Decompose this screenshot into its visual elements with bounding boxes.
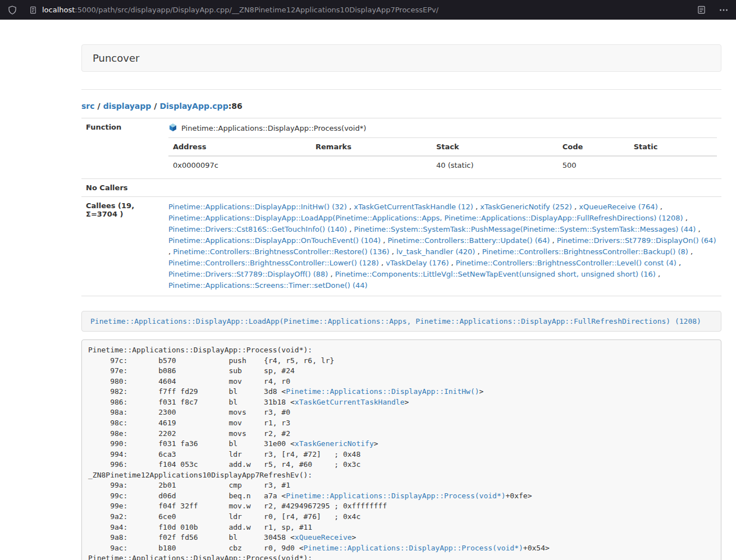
asm-text: _ZN8Pinetime12Applications10DisplayApp7R… xyxy=(88,471,312,479)
callee-separator: , xyxy=(381,236,387,245)
asm-text: 99e: f04f 32ff mov.w r2, #4294967295 ; 0… xyxy=(88,502,387,510)
breadcrumb-link-file[interactable]: DisplayApp.cpp xyxy=(159,102,228,111)
url-bar[interactable]: localhost:5000/path/src/displayapp/Displ… xyxy=(29,6,697,14)
page-info-icon[interactable] xyxy=(29,6,37,14)
menu-icon[interactable] xyxy=(719,6,728,15)
callee-link[interactable]: xQueueReceive (764) xyxy=(579,203,657,211)
asm-text: +0xfe> xyxy=(506,492,532,500)
callee-link[interactable]: Pinetime::Controllers::BrightnessControl… xyxy=(168,259,379,267)
callee-link[interactable]: Pinetime::Controllers::BrightnessControl… xyxy=(173,247,389,256)
callees-label: Callees (19, Σ=3704 ) xyxy=(81,197,164,296)
reader-view-icon[interactable] xyxy=(697,6,706,14)
col-address: Address xyxy=(168,138,311,157)
breadcrumb-separator: / xyxy=(154,102,157,111)
callee-link[interactable]: Pinetime::Drivers::St7789::DisplayOn() (… xyxy=(557,236,716,245)
callee-link[interactable]: Pinetime::Controllers::BrightnessControl… xyxy=(456,259,676,267)
callee-separator: , xyxy=(658,203,662,211)
browser-toolbar-right xyxy=(697,6,728,15)
address-table: Address Remarks Stack Code Static 0x0000… xyxy=(168,137,717,174)
asm-text: > xyxy=(479,387,484,396)
asm-text: 980: 4604 mov r4, r0 xyxy=(88,377,290,385)
callee-separator: , xyxy=(572,203,579,211)
asm-symbol-link[interactable]: xQueueReceive xyxy=(295,533,352,541)
asm-text: +0x54> xyxy=(523,544,550,552)
asm-text: Pinetime::Applications::DisplayApp::Proc… xyxy=(88,554,312,560)
breadcrumb-link-displayapp[interactable]: displayapp xyxy=(103,102,152,111)
asm-symbol-link[interactable]: Pinetime::Applications::DisplayApp::Init… xyxy=(286,387,479,396)
address-table-row: 0x0000097c 40 (static) 500 xyxy=(168,156,717,174)
breadcrumb-separator: / xyxy=(98,102,100,111)
asm-text: 996: f104 053c add.w r5, r4, #60 ; 0x3c xyxy=(88,460,360,469)
callee-separator: , xyxy=(347,203,354,211)
col-static: Static xyxy=(629,138,717,157)
callee-link[interactable]: Pinetime::Applications::Screens::Timer::… xyxy=(168,281,368,290)
no-callers-row: No Callers xyxy=(81,179,721,197)
function-label: Function xyxy=(81,118,164,179)
symbol-panel-heading: Pinetime::Applications::DisplayApp::Load… xyxy=(81,311,721,332)
asm-text: 99a: 2b01 cmp r3, #1 xyxy=(88,481,290,489)
shield-icon[interactable] xyxy=(8,6,17,15)
asm-text: 994: 6ca3 ldr r3, [r4, #72] ; 0x48 xyxy=(88,450,360,458)
function-icon xyxy=(168,123,177,134)
url-path: :5000/path/src/displayapp/DisplayApp.cpp… xyxy=(75,6,438,14)
callee-separator: , xyxy=(475,247,482,256)
callee-link[interactable]: Pinetime::Controllers::Battery::Update()… xyxy=(387,236,550,245)
asm-symbol-link[interactable]: xTaskGetCurrentTaskHandle xyxy=(295,398,405,406)
cell-address: 0x0000097c xyxy=(168,156,311,174)
asm-text: 97e: b086 sub sp, #24 xyxy=(88,366,295,375)
app-header: Puncover xyxy=(81,44,721,72)
callee-link[interactable]: lv_task_handler (420) xyxy=(396,247,475,256)
asm-text: 97c: b570 push {r4, r5, r6, lr} xyxy=(88,356,334,365)
asm-text: 982: f7ff fd29 bl 3d8 < xyxy=(88,387,286,396)
callee-link[interactable]: vTaskDelay (176) xyxy=(386,259,449,267)
col-code: Code xyxy=(558,138,629,157)
asm-symbol-link[interactable]: Pinetime::Applications::DisplayApp::Proc… xyxy=(286,492,505,500)
callee-link[interactable]: Pinetime::System::SystemTask::PushMessag… xyxy=(354,225,696,233)
callee-link[interactable]: Pinetime::Drivers::Cst816S::GetTouchInfo… xyxy=(168,225,347,233)
cell-static xyxy=(629,156,717,174)
asm-text: > xyxy=(405,398,409,406)
callee-link[interactable]: Pinetime::Components::LittleVgl::SetNewT… xyxy=(335,270,656,278)
browser-chrome: localhost:5000/path/src/displayapp/Displ… xyxy=(0,0,736,20)
callee-separator: , xyxy=(390,247,396,256)
cell-code: 500 xyxy=(558,156,629,174)
cell-remarks xyxy=(311,156,432,174)
asm-text: > xyxy=(352,533,356,541)
asm-text: 98a: 2300 movs r3, #0 xyxy=(88,408,290,416)
callee-separator: , xyxy=(347,225,354,233)
callee-link[interactable]: Pinetime::Applications::DisplayApp::OnTo… xyxy=(168,236,381,245)
breadcrumb: src/displayapp/DisplayApp.cpp:86 xyxy=(81,102,721,111)
callee-link[interactable]: xTaskGetCurrentTaskHandle (12) xyxy=(354,203,473,211)
address-table-header-row: Address Remarks Stack Code Static xyxy=(168,138,717,157)
callee-link[interactable]: Pinetime::Controllers::BrightnessControl… xyxy=(482,247,688,256)
col-remarks: Remarks xyxy=(311,138,432,157)
callee-separator: , xyxy=(328,270,335,278)
symbol-table: Function Pinetime::Applications::Display… xyxy=(81,118,721,296)
callees-row: Callees (19, Σ=3704 ) Pinetime::Applicat… xyxy=(81,197,721,296)
divider xyxy=(81,89,721,90)
callee-link[interactable]: xTaskGenericNotify (252) xyxy=(480,203,572,211)
callee-separator: , xyxy=(683,214,688,222)
asm-symbol-link[interactable]: Pinetime::Applications::DisplayApp::Proc… xyxy=(304,544,523,552)
asm-text: 9a8: f02f fd56 bl 30458 < xyxy=(88,533,295,541)
asm-text: 9a4: f10d 010b add.w r1, sp, #11 xyxy=(88,523,312,531)
callee-link[interactable]: Pinetime::Applications::DisplayApp::Init… xyxy=(168,203,347,211)
cell-stack: 40 (static) xyxy=(432,156,558,174)
page-container: Puncover src/displayapp/DisplayApp.cpp:8… xyxy=(81,44,721,560)
breadcrumb-link-src[interactable]: src xyxy=(81,102,95,111)
line-number: :86 xyxy=(228,102,243,111)
callee-separator: , xyxy=(473,203,480,211)
url-host: localhost xyxy=(42,6,75,14)
panel-symbol-link[interactable]: Pinetime::Applications::DisplayApp::Load… xyxy=(90,317,701,325)
callee-separator: , xyxy=(656,270,660,278)
asm-text: 98e: 2202 movs r2, #2 xyxy=(88,429,290,438)
callee-separator: , xyxy=(676,259,681,267)
disassembly-code: Pinetime::Applications::DisplayApp::Proc… xyxy=(81,339,721,560)
function-signature-line: Pinetime::Applications::DisplayApp::Proc… xyxy=(168,123,717,134)
asm-symbol-link[interactable]: xTaskGenericNotify xyxy=(295,439,374,448)
callee-link[interactable]: Pinetime::Drivers::St7789::DisplayOff() … xyxy=(168,270,328,278)
callee-separator: , xyxy=(696,225,700,233)
callee-link[interactable]: Pinetime::Applications::DisplayApp::Load… xyxy=(168,214,683,222)
no-callers-label: No Callers xyxy=(81,179,164,197)
asm-text: 99c: d06d beq.n a7a < xyxy=(88,492,286,500)
